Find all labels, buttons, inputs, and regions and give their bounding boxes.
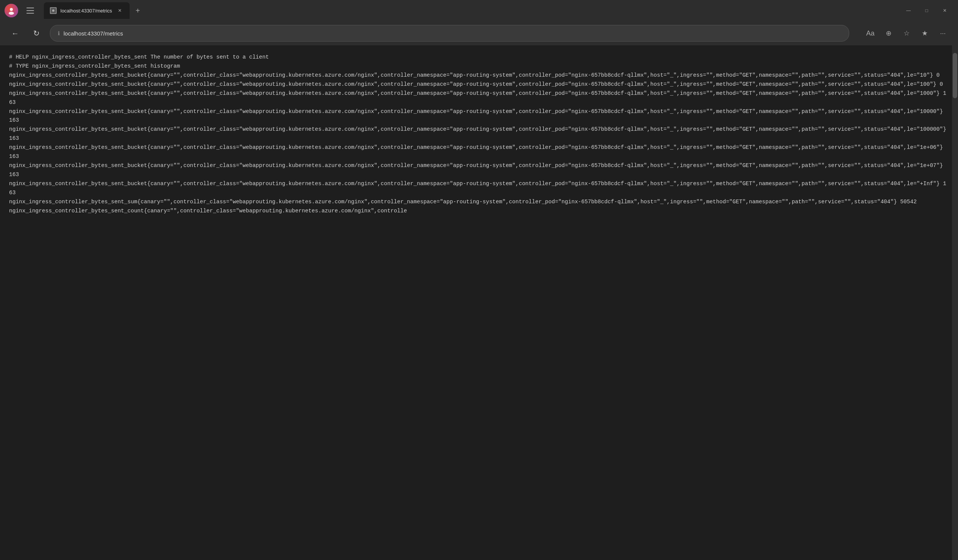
svg-point-6	[52, 10, 54, 12]
close-button[interactable]: ✕	[936, 4, 953, 17]
scrollbar[interactable]	[952, 45, 958, 560]
svg-rect-4	[27, 13, 34, 14]
security-icon: ℹ	[58, 30, 60, 36]
sidebar-toggle-button[interactable]	[23, 3, 38, 18]
titlebar: localhost:43307/metrics ✕ + — □ ✕	[0, 0, 958, 21]
new-tab-button[interactable]: +	[131, 4, 145, 17]
active-tab[interactable]: localhost:43307/metrics ✕	[44, 2, 130, 19]
svg-point-1	[9, 12, 14, 15]
url-display: localhost:43307/metrics	[63, 30, 841, 36]
address-actions: Aa ⊕ ☆ ★ ···	[863, 26, 950, 41]
titlebar-controls: — □ ✕	[900, 4, 953, 17]
zoom-button[interactable]: ⊕	[881, 26, 896, 41]
svg-point-0	[10, 8, 13, 11]
more-button[interactable]: ···	[935, 26, 950, 41]
scrollbar-thumb[interactable]	[953, 53, 957, 98]
titlebar-left	[5, 3, 38, 18]
refresh-button[interactable]: ↻	[29, 26, 44, 41]
collections-button[interactable]: ★	[917, 26, 932, 41]
addressbar: ← ↻ ℹ localhost:43307/metrics Aa ⊕ ☆ ★ ·…	[0, 21, 958, 45]
favorites-button[interactable]: ☆	[899, 26, 914, 41]
reader-mode-button[interactable]: Aa	[863, 26, 878, 41]
svg-rect-2	[27, 8, 34, 8]
back-button[interactable]: ←	[8, 26, 23, 41]
svg-rect-3	[27, 10, 34, 11]
tab-title: localhost:43307/metrics	[60, 8, 112, 14]
tab-close-button[interactable]: ✕	[116, 7, 124, 14]
profile-icon[interactable]	[5, 4, 18, 17]
address-bar-input[interactable]: ℹ localhost:43307/metrics	[50, 25, 849, 41]
metrics-text: # HELP nginx_ingress_controller_bytes_se…	[9, 53, 949, 216]
maximize-button[interactable]: □	[918, 4, 935, 17]
tab-bar: localhost:43307/metrics ✕ +	[44, 2, 894, 19]
page-content: # HELP nginx_ingress_controller_bytes_se…	[0, 45, 958, 560]
minimize-button[interactable]: —	[900, 4, 917, 17]
tab-favicon	[50, 7, 57, 14]
